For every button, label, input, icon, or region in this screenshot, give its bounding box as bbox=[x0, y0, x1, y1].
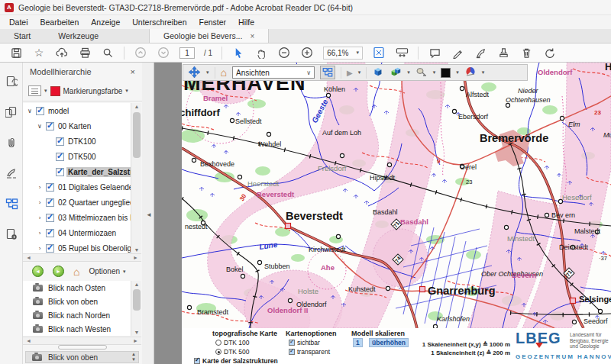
scroll-up-icon[interactable]: ▲ bbox=[131, 104, 142, 109]
scroll-up-icon[interactable]: ▲ bbox=[131, 282, 142, 287]
search-icon[interactable] bbox=[101, 46, 115, 60]
radio-icon[interactable] bbox=[215, 340, 221, 346]
pan-icon[interactable] bbox=[188, 66, 201, 80]
tree-item[interactable]: ›02 Quartaer ungegliedert bbox=[23, 195, 131, 210]
tree-checkbox[interactable] bbox=[36, 107, 44, 115]
salt-structures-checkbox[interactable]: Karte der Salzstrukturen bbox=[194, 357, 278, 364]
page-number-input[interactable]: 1 bbox=[179, 47, 195, 59]
chevron-down-icon[interactable]: ▾ bbox=[407, 69, 410, 76]
document-info-icon[interactable] bbox=[0, 223, 23, 246]
pdf-page[interactable]: 747171 MERHAVENschiffdorfBramelSellstedt… bbox=[182, 63, 611, 364]
view-spinner[interactable]: ▲▼ bbox=[131, 352, 136, 362]
next-page-icon[interactable] bbox=[157, 46, 170, 60]
scroll-left-icon[interactable]: ◄ bbox=[26, 338, 31, 343]
convert-page-icon[interactable] bbox=[0, 70, 23, 93]
rotate-icon[interactable] bbox=[542, 46, 556, 60]
model-tree-toggle-icon[interactable] bbox=[320, 66, 335, 79]
list-options-icon[interactable] bbox=[28, 85, 41, 96]
stamp-icon[interactable] bbox=[496, 46, 510, 60]
tree-checkbox[interactable] bbox=[56, 137, 64, 146]
cross-section-icon[interactable] bbox=[464, 66, 477, 79]
next-view-button[interactable]: ► bbox=[53, 266, 64, 277]
menu-bearbeiten[interactable]: Bearbeiten bbox=[34, 16, 86, 28]
chevron-down-icon[interactable]: ▾ bbox=[482, 69, 485, 76]
tree-checkbox[interactable] bbox=[46, 244, 54, 253]
select-tool-icon[interactable] bbox=[231, 46, 245, 60]
home-view-icon[interactable]: ⌂ bbox=[73, 267, 79, 276]
star-icon[interactable]: ☆ bbox=[32, 46, 46, 60]
scrollbar-thumb[interactable] bbox=[133, 289, 141, 311]
background-color-swatch[interactable] bbox=[441, 68, 451, 78]
comment-icon[interactable] bbox=[428, 46, 441, 60]
panel-close-icon[interactable]: × bbox=[131, 67, 135, 76]
chevron-down-icon[interactable]: ▾ bbox=[206, 69, 209, 76]
zoom-in-icon[interactable] bbox=[300, 46, 314, 60]
views-select[interactable]: Ansichten∨ bbox=[232, 66, 315, 79]
scroll-right-icon[interactable]: ► bbox=[133, 255, 138, 260]
tree-item[interactable]: ›01 Digitales Gelaendemodell bbox=[23, 179, 131, 195]
panel-splitter[interactable] bbox=[23, 344, 141, 350]
transparent-checkbox[interactable]: transparent bbox=[289, 348, 330, 356]
lighting-icon[interactable] bbox=[415, 66, 428, 79]
scale-value-field[interactable]: 1 bbox=[353, 338, 363, 347]
checkbox-checked-icon[interactable] bbox=[194, 358, 200, 364]
collapse-left-icon[interactable]: ◄ bbox=[146, 211, 152, 218]
chevron-down-icon[interactable]: ▾ bbox=[358, 69, 361, 76]
tree-checkbox[interactable] bbox=[46, 214, 54, 222]
exaggerate-button[interactable]: überhöhen bbox=[369, 338, 409, 347]
checkbox-checked-icon[interactable] bbox=[289, 349, 295, 355]
chevron-down-icon[interactable]: ▾ bbox=[433, 69, 436, 76]
tree-item[interactable]: ›03 Mittelmiozaen bis Pliozae bbox=[23, 210, 131, 225]
tree-checkbox[interactable] bbox=[56, 168, 64, 176]
views-vertical-scrollbar[interactable]: ▲ ▼ bbox=[131, 281, 141, 336]
chevron-icon[interactable]: › bbox=[36, 184, 44, 191]
menu-fenster[interactable]: Fenster bbox=[192, 16, 232, 28]
radio-dtk100[interactable]: DTK 100 bbox=[215, 339, 250, 346]
view-item[interactable]: Blick nach Norden bbox=[23, 308, 131, 322]
scroll-left-icon[interactable]: ◄ bbox=[26, 255, 31, 260]
tree-item[interactable]: DTK100 bbox=[23, 134, 131, 149]
chevron-down-icon[interactable]: ▾ bbox=[456, 69, 459, 76]
tree-checkbox[interactable] bbox=[46, 198, 54, 207]
zoom-out-icon[interactable] bbox=[277, 46, 291, 60]
home-view-icon[interactable]: ⌂ bbox=[221, 68, 227, 77]
save-icon[interactable] bbox=[9, 46, 23, 60]
cloud-upload-icon[interactable] bbox=[55, 46, 69, 60]
marker-color-swatch[interactable] bbox=[50, 86, 60, 96]
tree-item[interactable]: ›04 Untermiozaen bbox=[23, 225, 131, 240]
play-icon[interactable]: ▶ bbox=[347, 69, 353, 77]
scroll-down-icon[interactable]: ▼ bbox=[131, 330, 142, 335]
view-item[interactable]: Blick nach Westen bbox=[23, 322, 131, 336]
hand-tool-icon[interactable] bbox=[254, 46, 268, 60]
tree-item[interactable]: ›05 Rupel bis Oberoligozaen bbox=[23, 240, 131, 253]
tree-item[interactable]: Karte_der_Salzstrukturen bbox=[23, 164, 131, 179]
tab-document[interactable]: Geologie bei Bevers... × bbox=[149, 29, 269, 43]
chevron-icon[interactable]: › bbox=[36, 199, 44, 206]
tree-checkbox[interactable] bbox=[46, 183, 54, 192]
chevron-icon[interactable]: › bbox=[36, 230, 44, 237]
scroll-down-icon[interactable]: ▼ bbox=[131, 247, 142, 253]
print-icon[interactable] bbox=[78, 46, 92, 60]
checkbox-checked-icon[interactable] bbox=[289, 340, 295, 346]
fit-width-icon[interactable] bbox=[395, 46, 409, 60]
chevron-icon[interactable]: ∨ bbox=[26, 108, 34, 114]
current-view-row[interactable]: Blick von oben ▲▼ bbox=[25, 351, 139, 363]
view-item[interactable]: Blick von oben bbox=[23, 295, 131, 308]
zoom-level-dropdown[interactable]: 66,1%▾ bbox=[323, 47, 363, 60]
attachments-icon[interactable] bbox=[0, 131, 23, 154]
geological-map[interactable]: 747171 MERHAVENschiffdorfBramelSellstedt… bbox=[182, 63, 611, 328]
menu-anzeige[interactable]: Anzeige bbox=[85, 16, 126, 28]
tree-checkbox[interactable] bbox=[46, 229, 54, 237]
highlighter-icon[interactable] bbox=[451, 46, 464, 60]
scroll-right-icon[interactable]: ► bbox=[133, 338, 138, 343]
radio-dtk500[interactable]: DTK 500 bbox=[215, 348, 250, 356]
chevron-icon[interactable]: ∨ bbox=[36, 123, 44, 130]
chevron-down-icon[interactable]: ▾ bbox=[125, 88, 128, 94]
scrollbar-thumb[interactable] bbox=[133, 112, 141, 158]
panel-collapse-strip[interactable]: ◄ bbox=[142, 63, 154, 364]
signature-pen-icon[interactable] bbox=[0, 162, 23, 185]
chevron-icon[interactable]: › bbox=[36, 245, 44, 252]
chevron-down-icon[interactable]: ▾ bbox=[44, 88, 47, 94]
visible-checkbox[interactable]: sichtbar bbox=[289, 339, 320, 346]
model-tree-icon[interactable] bbox=[0, 192, 23, 215]
